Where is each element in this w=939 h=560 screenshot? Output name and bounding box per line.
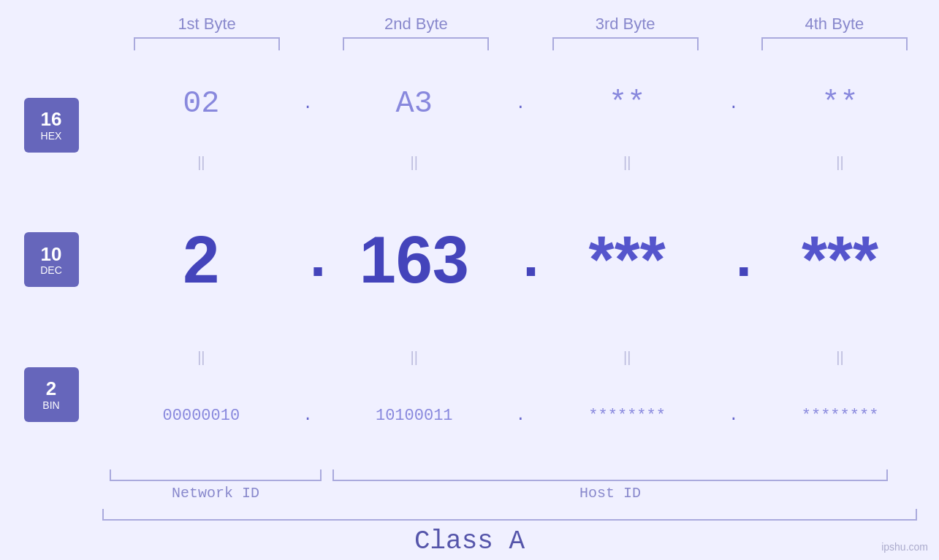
host-id-label: Host ID <box>332 485 888 502</box>
bin-label: BIN <box>42 399 59 411</box>
class-label: Class A <box>0 526 939 556</box>
bracket-byte4 <box>761 37 908 50</box>
dec-cell-1: 2 <box>102 223 300 298</box>
dec-val-1: 2 <box>183 223 219 298</box>
hex-dot-1: . <box>300 95 315 113</box>
dec-row: 2 . 163 . *** . *** <box>102 175 939 344</box>
big-bracket-row <box>0 509 939 521</box>
eq-1-3: || <box>528 154 726 171</box>
bin-badge: 2 BIN <box>24 367 79 422</box>
byte-headers: 1st Byte 2nd Byte 3rd Byte 4th Byte <box>0 15 939 34</box>
dec-val-3: *** <box>589 223 666 298</box>
host-bracket <box>332 469 888 481</box>
hex-val-1: 02 <box>183 86 219 121</box>
hex-dot-2: . <box>513 95 528 113</box>
bracket-byte1 <box>134 37 280 50</box>
bin-dot-2: . <box>513 407 528 425</box>
dec-cell-4: *** <box>742 223 939 298</box>
eq-2-3: || <box>528 349 726 366</box>
hex-cell-1: 02 <box>102 86 300 121</box>
header-byte2: 2nd Byte <box>317 15 514 34</box>
eq-divider-1: || || || || <box>102 150 939 175</box>
hex-label: HEX <box>41 130 62 142</box>
bin-dot-3: . <box>726 407 741 425</box>
network-bracket <box>110 469 322 481</box>
bin-cell-4: ******** <box>742 407 939 425</box>
eq-1-2: || <box>316 154 513 171</box>
bin-cell-3: ******** <box>528 407 726 425</box>
main-grid: 16 HEX 10 DEC 2 BIN 02 . A3 <box>0 50 939 469</box>
bracket-byte3 <box>552 37 699 50</box>
top-brackets <box>0 37 939 50</box>
rows-column: 02 . A3 . ** . ** || || <box>102 50 939 469</box>
hex-cell-4: ** <box>742 86 939 121</box>
eq-2-1: || <box>102 349 300 366</box>
dec-cell-2: 163 <box>316 223 513 298</box>
dec-dot-3: . <box>726 227 741 294</box>
class-bracket <box>102 509 917 521</box>
hex-row: 02 . A3 . ** . ** <box>102 58 939 150</box>
eq-1-1: || <box>102 154 300 171</box>
bin-cell-1: 00000010 <box>102 407 300 425</box>
dec-dot-2: . <box>513 227 528 294</box>
header-byte1: 1st Byte <box>108 15 305 34</box>
dec-badge: 10 DEC <box>24 232 79 287</box>
network-id-label: Network ID <box>110 485 322 502</box>
labels-column: 16 HEX 10 DEC 2 BIN <box>0 50 102 469</box>
bottom-brackets <box>0 469 939 481</box>
bin-val-3: ******** <box>588 407 666 425</box>
hex-num: 16 <box>41 109 62 130</box>
dec-val-4: *** <box>802 223 878 298</box>
bin-val-2: 10100011 <box>376 407 453 425</box>
bin-dot-1: . <box>300 407 315 425</box>
eq-1-4: || <box>742 154 939 171</box>
hex-dot-3: . <box>726 95 741 113</box>
hex-val-2: A3 <box>396 86 433 121</box>
hex-cell-2: A3 <box>316 86 513 121</box>
main-container: 1st Byte 2nd Byte 3rd Byte 4th Byte 16 H… <box>0 0 939 560</box>
footer: ipshu.com <box>881 541 928 553</box>
id-labels: Network ID Host ID <box>0 485 939 502</box>
eq-2-2: || <box>316 349 513 366</box>
dec-val-2: 163 <box>360 223 469 298</box>
bracket-byte2 <box>343 37 489 50</box>
hex-val-3: ** <box>609 86 645 121</box>
eq-divider-2: || || || || <box>102 345 939 370</box>
eq-2-4: || <box>742 349 939 366</box>
header-byte4: 4th Byte <box>736 15 933 34</box>
dec-dot-1: . <box>300 227 315 294</box>
hex-val-4: ** <box>821 86 858 121</box>
hex-badge: 16 HEX <box>24 98 79 153</box>
header-byte3: 3rd Byte <box>527 15 724 34</box>
bin-val-1: 00000010 <box>163 407 240 425</box>
hex-cell-3: ** <box>528 86 726 121</box>
dec-label: DEC <box>40 264 62 276</box>
dec-cell-3: *** <box>528 223 726 298</box>
bin-row: 00000010 . 10100011 . ******** . *******… <box>102 370 939 462</box>
bin-cell-2: 10100011 <box>316 407 513 425</box>
bin-num: 2 <box>46 378 56 399</box>
dec-num: 10 <box>41 244 62 265</box>
bin-val-4: ******** <box>802 407 879 425</box>
